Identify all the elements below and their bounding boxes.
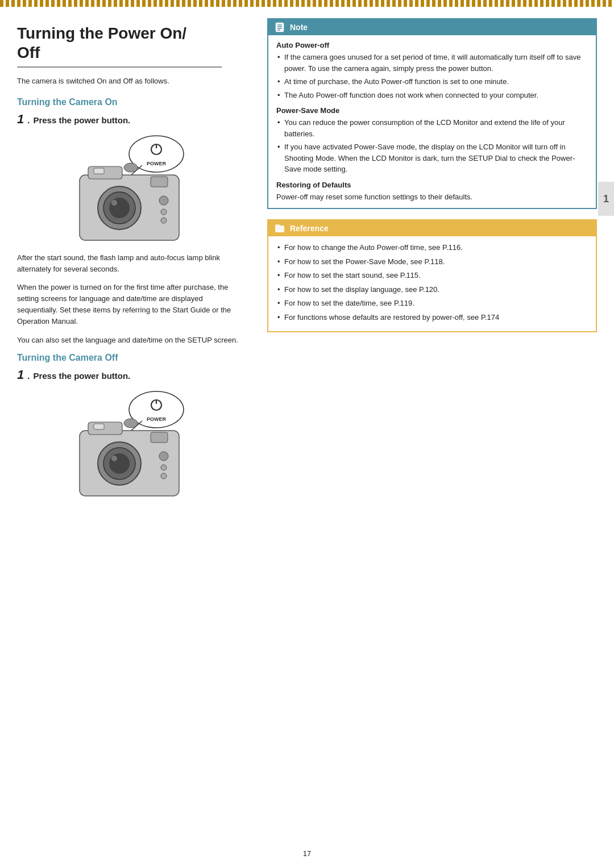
step2-label: Press the power button.: [33, 371, 130, 381]
auto-poweroff-item-2: At time of purchase, the Auto Power-off …: [276, 76, 588, 87]
svg-text:POWER: POWER: [147, 161, 167, 166]
section-camera-off-heading: Turning the Camera Off: [17, 353, 244, 363]
svg-point-13: [159, 196, 168, 205]
svg-point-33: [161, 473, 167, 479]
ref-item-5: For how to set the date/time, see P.119.: [276, 298, 588, 309]
svg-point-10: [109, 198, 130, 218]
svg-point-14: [161, 209, 167, 215]
svg-point-29: [111, 456, 117, 461]
body-text-3: You can also set the language and date/t…: [17, 335, 244, 346]
title-underline: [17, 66, 222, 68]
page-tab: 1: [598, 182, 614, 216]
auto-poweroff-heading: Auto Power-off: [276, 41, 588, 49]
reference-list: For how to change the Auto Power-off tim…: [276, 242, 588, 323]
note-body: Auto Power-off If the camera goes unused…: [268, 35, 596, 208]
powersave-item-1: You can reduce the power consumption of …: [276, 117, 588, 139]
top-border: [0, 0, 614, 7]
svg-rect-24: [88, 422, 122, 435]
step1-label: Press the power button.: [33, 115, 130, 125]
reference-label: Reference: [290, 224, 329, 233]
svg-point-32: [161, 465, 167, 470]
svg-point-11: [111, 200, 117, 206]
ref-item-6: For functions whose defaults are restore…: [276, 312, 588, 323]
body-text-1: After the start sound, the flash lamp an…: [17, 252, 244, 275]
body-text-2: When the power is turned on for the firs…: [17, 282, 244, 328]
svg-point-16: [124, 163, 138, 172]
reference-box: Reference For how to change the Auto Pow…: [267, 219, 597, 332]
reference-icon: [274, 223, 285, 234]
ref-item-4: For how to set the display language, see…: [276, 284, 588, 295]
right-column: Note Auto Power-off If the camera goes u…: [262, 18, 597, 508]
reference-header: Reference: [268, 220, 596, 236]
restoring-heading: Restoring of Defaults: [276, 181, 588, 189]
powersave-list: You can reduce the power consumption of …: [276, 117, 588, 175]
note-label: Note: [290, 23, 308, 32]
svg-rect-30: [151, 432, 168, 443]
left-column: Turning the Power On/ Off The camera is …: [17, 18, 262, 508]
ref-item-3: For how to set the start sound, see P.11…: [276, 270, 588, 281]
svg-text:POWER: POWER: [147, 416, 167, 422]
powersave-heading: Power-Save Mode: [276, 106, 588, 115]
ref-item-1: For how to change the Auto Power-off tim…: [276, 242, 588, 253]
section-camera-on-heading: Turning the Camera On: [17, 97, 244, 107]
camera-on-illustration: POWER: [17, 132, 244, 243]
tab-number: 1: [603, 193, 609, 205]
reference-body: For how to change the Auto Power-off tim…: [268, 236, 596, 331]
svg-rect-25: [94, 424, 104, 429]
auto-poweroff-item-1: If the camera goes unused for a set peri…: [276, 52, 588, 74]
restoring-text: Power-off may reset some function settin…: [276, 191, 588, 203]
powersave-item-2: If you have activated Power-Save mode, t…: [276, 141, 588, 175]
svg-point-31: [159, 452, 168, 461]
note-header: Note: [268, 19, 596, 35]
svg-point-34: [124, 419, 138, 428]
svg-point-15: [161, 218, 167, 223]
page: Turning the Power On/ Off The camera is …: [0, 0, 614, 868]
svg-rect-12: [151, 177, 168, 187]
auto-poweroff-item-3: The Auto Power-off function does not wor…: [276, 90, 588, 101]
intro-text: The camera is switched On and Off as fol…: [17, 76, 244, 87]
step1-heading: 1. Press the power button.: [17, 113, 244, 126]
svg-rect-6: [88, 166, 122, 179]
svg-rect-7: [94, 168, 104, 174]
step2-heading: 1. Press the power button.: [17, 369, 244, 381]
ref-item-2: For how to set the Power-Save Mode, see …: [276, 256, 588, 268]
step2-dot: .: [27, 371, 30, 381]
auto-poweroff-list: If the camera goes unused for a set peri…: [276, 52, 588, 101]
note-box: Note Auto Power-off If the camera goes u…: [267, 18, 597, 209]
page-number: 17: [303, 849, 311, 858]
svg-rect-42: [275, 224, 280, 227]
step1-num: 1: [17, 113, 24, 126]
camera-off-illustration: POWER: [17, 388, 244, 499]
step1-dot: .: [27, 115, 30, 125]
step2-num: 1: [17, 369, 24, 381]
page-title: Turning the Power On/ Off: [17, 24, 244, 62]
note-icon: [274, 22, 285, 33]
svg-point-28: [109, 453, 130, 474]
